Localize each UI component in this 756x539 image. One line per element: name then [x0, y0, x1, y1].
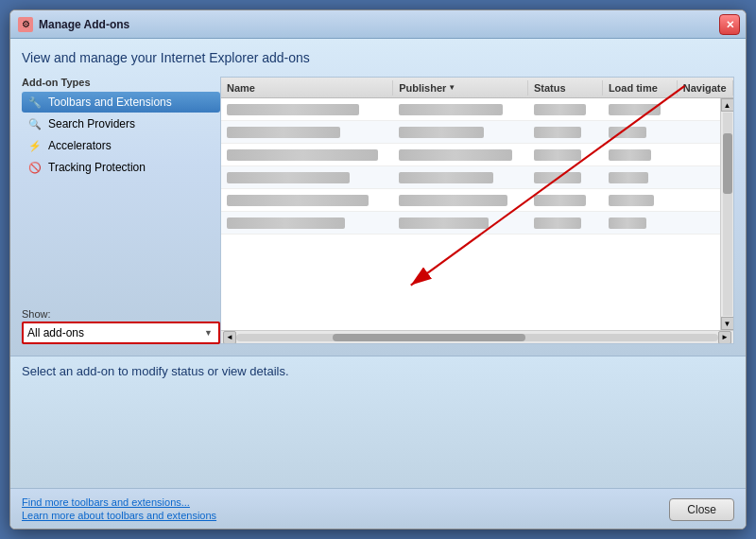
learn-more-link[interactable]: Learn more about toolbars and extensions: [22, 510, 216, 521]
cell-name: ███████████████: [221, 193, 393, 208]
scroll-v-thumb[interactable]: [723, 133, 732, 195]
show-dropdown[interactable]: All add-ons Currently loaded add-ons Run…: [24, 323, 218, 342]
col-loadtime[interactable]: Load time: [603, 80, 678, 96]
table-row[interactable]: ████████████ █████████ █████ ████: [221, 212, 733, 235]
cell-loadtime: █████: [603, 193, 678, 208]
table-row[interactable]: ████████████ █████████ █████ ████: [221, 121, 733, 144]
addon-type-list: 🔧 Toolbars and Extensions 🔍 Search Provi…: [22, 92, 220, 178]
cell-name: █████████████: [221, 170, 393, 185]
sidebar-item-tracking[interactable]: 🚫 Tracking Protection: [22, 157, 220, 178]
show-label: Show:: [22, 308, 220, 320]
title-bar: ⚙ Manage Add-ons ✕: [10, 10, 746, 39]
find-toolbars-link[interactable]: Find more toolbars and extensions...: [22, 496, 216, 508]
col-publisher[interactable]: Publisher ▼: [393, 80, 528, 96]
show-dropdown-wrapper: All add-ons Currently loaded add-ons Run…: [22, 322, 220, 344]
col-name[interactable]: Name: [221, 80, 393, 96]
cell-name: ████████████████: [221, 148, 393, 163]
cell-status: █████: [528, 148, 603, 163]
search-label: Search Providers: [48, 117, 135, 130]
scroll-up-button[interactable]: ▲: [721, 98, 734, 112]
cell-publisher: ██████████: [393, 170, 528, 185]
toolbars-label: Toolbars and Extensions: [48, 96, 172, 109]
footer-links: Find more toolbars and extensions... Lea…: [22, 496, 216, 521]
close-window-button[interactable]: ✕: [719, 14, 740, 35]
search-icon: 🔍: [27, 116, 43, 131]
window-icon: ⚙: [18, 17, 33, 32]
page-header: View and manage your Internet Explorer a…: [22, 50, 734, 65]
scroll-right-button[interactable]: ►: [718, 331, 731, 344]
table-row[interactable]: ██████████████ ████████████ ██████ █████…: [221, 98, 733, 121]
accelerators-icon: ⚡: [27, 138, 43, 153]
scroll-v-track: [723, 113, 732, 316]
tracking-label: Tracking Protection: [48, 161, 146, 174]
col-navigate[interactable]: Navigate: [678, 80, 733, 96]
cell-name: ██████████████: [221, 102, 393, 117]
show-section: Show: All add-ons Currently loaded add-o…: [22, 301, 220, 344]
cell-loadtime: █████: [603, 148, 678, 163]
sidebar-item-toolbars[interactable]: 🔧 Toolbars and Extensions: [22, 92, 220, 113]
cell-name: ████████████: [221, 216, 393, 231]
sidebar-item-accelerators[interactable]: ⚡ Accelerators: [22, 135, 220, 156]
scroll-left-button[interactable]: ◄: [223, 331, 236, 344]
left-panel: Add-on Types 🔧 Toolbars and Extensions 🔍…: [22, 77, 220, 344]
cell-publisher: ████████████: [393, 148, 528, 163]
status-text: Select an add-on to modify status or vie…: [22, 364, 734, 378]
footer: Find more toolbars and extensions... Lea…: [10, 488, 746, 529]
cell-publisher: █████████: [393, 216, 528, 231]
table-row[interactable]: ████████████████ ████████████ █████ ████…: [221, 144, 733, 166]
sort-icon: ▼: [448, 83, 455, 92]
bottom-panel: Select an add-on to modify status or vie…: [10, 356, 746, 488]
addons-table: Name Publisher ▼ Status Load time Naviga…: [220, 77, 734, 344]
cell-loadtime: █████: [603, 170, 678, 185]
cell-publisher: ████████████: [393, 102, 528, 117]
cell-loadtime: ████: [603, 216, 678, 231]
scroll-thumb[interactable]: [333, 334, 525, 341]
cell-name: ████████████: [221, 125, 393, 140]
cell-status: █████: [528, 216, 603, 231]
content-area: View and manage your Internet Explorer a…: [10, 39, 746, 356]
close-button[interactable]: Close: [669, 498, 734, 521]
vertical-scrollbar[interactable]: ▲ ▼: [720, 98, 733, 330]
show-dropdown-container: All add-ons Currently loaded add-ons Run…: [24, 323, 218, 342]
cell-loadtime: ██████: [603, 102, 678, 117]
horizontal-scrollbar[interactable]: ◄ ►: [221, 330, 733, 343]
cell-publisher: ███████████: [393, 193, 528, 208]
scroll-track: [236, 334, 718, 341]
toolbars-icon: 🔧: [27, 95, 43, 110]
table-row[interactable]: ███████████████ ███████████ ██████ █████: [221, 189, 733, 212]
manage-addons-window: ⚙ Manage Add-ons ✕ View and manage your …: [9, 9, 747, 530]
main-panel: Add-on Types 🔧 Toolbars and Extensions 🔍…: [22, 77, 734, 344]
cell-publisher: █████████: [393, 125, 528, 140]
table-header: Name Publisher ▼ Status Load time Naviga…: [221, 78, 733, 98]
sidebar-item-search[interactable]: 🔍 Search Providers: [22, 113, 220, 134]
window-title: Manage Add-ons: [39, 18, 129, 31]
table-row[interactable]: █████████████ ██████████ █████ █████: [221, 166, 733, 189]
cell-status: ██████: [528, 102, 603, 117]
table-body: ██████████████ ████████████ ██████ █████…: [221, 98, 733, 330]
addon-types-label: Add-on Types: [22, 77, 220, 88]
col-status[interactable]: Status: [528, 80, 603, 96]
cell-status: ██████: [528, 193, 603, 208]
tracking-icon: 🚫: [27, 160, 43, 175]
accelerators-label: Accelerators: [48, 139, 112, 152]
cell-loadtime: ████: [603, 125, 678, 140]
cell-status: █████: [528, 125, 603, 140]
scroll-down-button[interactable]: ▼: [721, 317, 734, 330]
cell-status: █████: [528, 170, 603, 185]
